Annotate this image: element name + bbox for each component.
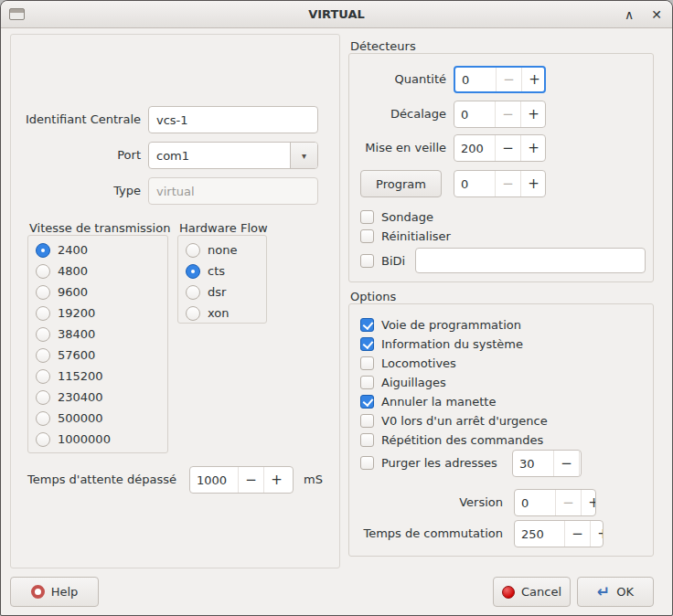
program-button-label: Program: [376, 177, 426, 191]
checkbox-icon: [360, 376, 374, 389]
bidi-checkbox[interactable]: BiDi: [349, 251, 405, 271]
minus-icon[interactable]: −: [238, 467, 263, 493]
program-button[interactable]: Program: [360, 170, 442, 197]
quantite-value[interactable]: 0: [455, 68, 496, 91]
cancel-button[interactable]: Cancel: [493, 577, 571, 607]
vitesse-radio-option[interactable]: 1000000: [28, 429, 167, 450]
plus-icon[interactable]: +: [590, 521, 604, 547]
help-button[interactable]: Help: [10, 577, 99, 607]
minus-icon[interactable]: −: [564, 521, 590, 547]
port-dropdown-button[interactable]: ▾: [290, 143, 317, 168]
checkbox-label: V0 lors d'un arrêt d'urgence: [381, 414, 548, 428]
checkbox-icon: [360, 456, 374, 470]
option-checkbox-row[interactable]: V0 lors d'un arrêt d'urgence: [349, 411, 548, 430]
option-checkbox-row[interactable]: Répétition des commandes: [349, 430, 543, 450]
radio-icon: [36, 348, 50, 363]
chevron-down-icon: ▾: [302, 151, 306, 161]
radio-icon: [36, 432, 50, 447]
port-combobox[interactable]: com1 ▾: [148, 142, 318, 169]
vitesse-radio-option[interactable]: 230400: [28, 387, 167, 408]
close-button[interactable]: ✕: [648, 7, 665, 22]
minimize-button[interactable]: ∧: [621, 7, 637, 22]
minus-icon[interactable]: −: [496, 68, 521, 91]
radio-icon: [36, 285, 50, 300]
chevron-up-icon: ∧: [625, 7, 634, 22]
decalage-value[interactable]: 0: [454, 101, 495, 127]
close-icon: ✕: [651, 7, 662, 22]
checkbox-label: Information du système: [381, 337, 523, 351]
vitesse-radio-option[interactable]: 2400: [28, 239, 167, 260]
identifiant-value: vcs-1: [156, 113, 188, 127]
vitesse-radio-option[interactable]: 19200: [28, 303, 167, 324]
connection-panel: Identifiant Centrale vcs-1 Port com1 ▾ T…: [10, 34, 340, 568]
hardware-flow-radio-option[interactable]: dsr: [178, 281, 266, 303]
minus-icon[interactable]: −: [495, 171, 520, 196]
port-label: Port: [11, 142, 141, 169]
radio-label: dsr: [208, 285, 226, 299]
hardware-flow-group-title: Hardware Flow: [179, 221, 268, 235]
timeout-value[interactable]: 1000: [190, 467, 238, 493]
detecteurs-group-title: Détecteurs: [350, 39, 416, 53]
plus-icon[interactable]: +: [520, 171, 546, 196]
vitesse-radio-option[interactable]: 115200: [28, 366, 167, 387]
minus-icon[interactable]: −: [555, 490, 581, 515]
titlebar[interactable]: VIRTUAL ∧ ✕: [1, 1, 672, 28]
purger-spinbutton: 30 − +: [512, 450, 582, 477]
checkbox-label: Locomotives: [381, 356, 456, 370]
plus-icon[interactable]: +: [581, 490, 596, 515]
option-checkbox-row[interactable]: Annuler la manette: [349, 392, 496, 411]
radio-label: xon: [208, 306, 230, 320]
vitesse-radio-option[interactable]: 38400: [28, 324, 167, 345]
bidi-input[interactable]: [415, 248, 646, 273]
radio-icon: [36, 369, 50, 384]
program-value[interactable]: 0: [454, 171, 495, 196]
mise-en-veille-value[interactable]: 200: [454, 135, 495, 161]
checkbox-label: Répétition des commandes: [381, 433, 543, 447]
vitesse-group-box: 2400 4800 9600 19200 38400 57600 115200 …: [27, 235, 168, 453]
minus-icon[interactable]: −: [495, 101, 520, 127]
purger-checkbox[interactable]: Purger les adresses: [349, 453, 497, 473]
vitesse-radio-option[interactable]: 57600: [28, 345, 167, 366]
vitesse-radio-option[interactable]: 9600: [28, 281, 167, 303]
radio-label: 500000: [58, 411, 103, 425]
radio-icon: [186, 306, 200, 321]
plus-icon[interactable]: +: [579, 451, 582, 476]
minus-icon[interactable]: −: [495, 135, 520, 161]
sondage-checkbox[interactable]: Sondage: [349, 207, 433, 227]
radio-icon: [36, 306, 50, 321]
minus-icon[interactable]: −: [553, 451, 579, 476]
hardware-flow-radio-option[interactable]: xon: [178, 303, 266, 324]
options-group-title: Options: [350, 290, 396, 303]
vitesse-group: Vitesse de transmission 2400 4800 9600 1…: [27, 221, 168, 453]
hardware-flow-radio-option[interactable]: cts: [178, 260, 266, 281]
port-value: com1: [149, 143, 290, 168]
option-checkbox-row[interactable]: Information du système: [349, 335, 523, 354]
timeout-unit-label: mS: [304, 466, 336, 494]
commutation-value[interactable]: 250: [515, 521, 564, 547]
plus-icon[interactable]: +: [520, 101, 546, 127]
plus-icon[interactable]: +: [521, 68, 546, 91]
radio-label: 230400: [58, 390, 103, 404]
help-button-label: Help: [51, 585, 79, 599]
checkbox-label: Réinitialiser: [381, 229, 451, 243]
ok-button[interactable]: ↵ OK: [577, 577, 654, 607]
version-spinbutton: 0 − +: [514, 489, 596, 516]
mise-en-veille-label: Mise en veille: [353, 134, 446, 162]
radio-label: 9600: [58, 285, 88, 299]
option-checkbox-row[interactable]: Voie de programmation: [349, 315, 521, 335]
purger-value[interactable]: 30: [513, 451, 553, 476]
cancel-icon: [502, 586, 515, 599]
hardware-flow-radio-option[interactable]: none: [178, 239, 266, 260]
reinitialiser-checkbox[interactable]: Réinitialiser: [349, 227, 451, 246]
vitesse-radio-option[interactable]: 500000: [28, 408, 167, 429]
option-checkbox-row[interactable]: Locomotives: [349, 354, 456, 373]
identifiant-input[interactable]: vcs-1: [148, 106, 318, 133]
option-checkbox-row[interactable]: Aiguillages: [349, 373, 446, 392]
radio-label: 115200: [58, 369, 103, 383]
plus-icon[interactable]: +: [520, 135, 546, 161]
identifiant-label: Identifiant Centrale: [11, 106, 141, 133]
version-value[interactable]: 0: [515, 490, 555, 515]
plus-icon[interactable]: +: [263, 467, 289, 493]
vitesse-radio-option[interactable]: 4800: [28, 260, 167, 281]
radio-label: 2400: [58, 243, 88, 257]
